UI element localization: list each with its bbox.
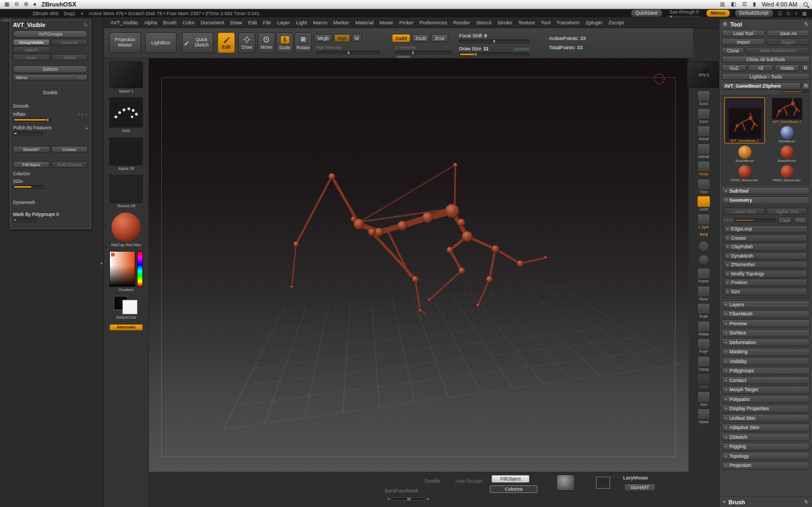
slider-handle[interactable] bbox=[411, 51, 415, 55]
right-shelf-item[interactable]: L.Sym bbox=[697, 214, 710, 229]
right-shelf-icon[interactable] bbox=[698, 254, 709, 265]
minimize-circle-icon[interactable]: ⊖ bbox=[14, 2, 18, 7]
zadd-button[interactable]: Zadd bbox=[392, 34, 410, 42]
auto-groups-button[interactable]: Auto Groups bbox=[51, 161, 88, 168]
geometry-subsection[interactable]: ▸ Modify Topology bbox=[724, 270, 808, 278]
menu-item[interactable]: Tool bbox=[541, 19, 550, 25]
switch-color-slot[interactable]: SwitchColor bbox=[114, 296, 139, 320]
see-through-slider[interactable]: See-through 0 bbox=[667, 9, 702, 18]
right-shelf-icon[interactable] bbox=[697, 303, 710, 314]
right-shelf-icon[interactable] bbox=[697, 356, 710, 367]
color-picker-slot[interactable]: Gradient bbox=[109, 251, 143, 292]
texture-thumbnail[interactable] bbox=[109, 175, 143, 203]
tool-section[interactable]: ▸ Visibility bbox=[722, 357, 810, 365]
right-shelf-item[interactable]: Frame bbox=[697, 268, 710, 284]
current-tool-slider[interactable] bbox=[782, 90, 810, 93]
menu-item[interactable]: Stroke bbox=[497, 19, 512, 25]
menu-item[interactable]: Material bbox=[355, 19, 374, 25]
geometry-subsection[interactable]: ▸ DynaMesh bbox=[724, 252, 808, 260]
lower-res-button[interactable]: Lower Res bbox=[724, 208, 765, 215]
tool-section[interactable]: ▸ FiberMesh bbox=[722, 310, 810, 318]
menu-item[interactable]: Render bbox=[453, 19, 470, 25]
right-shelf-item[interactable]: SPix 3 bbox=[687, 61, 721, 88]
menu-item[interactable]: Color bbox=[182, 19, 195, 25]
menu-item[interactable]: Movie bbox=[379, 19, 393, 25]
lazymouse-label[interactable]: LazyMouse bbox=[623, 475, 648, 480]
right-shelf-item[interactable]: XYZ bbox=[699, 231, 708, 239]
slider-handle[interactable] bbox=[46, 118, 49, 122]
tool-section[interactable]: ▸ Masking bbox=[722, 348, 810, 356]
right-shelf-icon[interactable] bbox=[697, 108, 710, 120]
load-tool-button[interactable]: Load Tool bbox=[722, 30, 765, 37]
right-shelf-icon[interactable] bbox=[697, 196, 710, 207]
auto-groups-button-bottom[interactable]: Auto Groups bbox=[455, 478, 483, 484]
tool-thumbnail[interactable]: EraserBrush bbox=[767, 145, 807, 163]
mask-by-polygroups-slider[interactable]: Mask By Polygroups 0 bbox=[13, 212, 88, 217]
tool-section[interactable]: ▸ Preview bbox=[722, 319, 810, 327]
right-shelf-item[interactable]: Ghost bbox=[697, 373, 710, 389]
brush-thumbnail[interactable] bbox=[109, 61, 143, 88]
deform-header[interactable]: Deform bbox=[13, 65, 88, 73]
tool-thumbnail[interactable]: SimpleBrush bbox=[724, 145, 765, 163]
tool-section[interactable]: ▸ Polypaint bbox=[722, 395, 810, 403]
alternate-button[interactable]: Alternate bbox=[109, 324, 143, 331]
group-visible-button[interactable]: GroupVisible bbox=[13, 39, 50, 45]
clone-all-subtools-button[interactable]: Clone All SubTools bbox=[722, 56, 810, 63]
right-shelf-icon[interactable] bbox=[697, 373, 710, 385]
menu-item[interactable]: Draw bbox=[230, 19, 242, 25]
goz-r-button[interactable]: R bbox=[801, 64, 810, 71]
mask-slider-track[interactable] bbox=[13, 218, 37, 222]
menu-item[interactable]: Transform bbox=[556, 19, 580, 25]
menu-item[interactable]: Zplugin bbox=[586, 19, 603, 25]
tool-section[interactable]: ▸ Contact bbox=[722, 376, 810, 384]
grid-menu-icon[interactable]: ▦ bbox=[4, 2, 9, 7]
tool-thumbnail[interactable]: PM3D_Spherender bbox=[724, 164, 765, 182]
menu-item[interactable]: Picker bbox=[399, 19, 413, 25]
geometry-subsection[interactable]: ▸ Size bbox=[724, 288, 808, 295]
grid-icon[interactable]: ▦ bbox=[802, 11, 807, 16]
slider-handle[interactable] bbox=[474, 52, 477, 57]
bottom-slider-track[interactable] bbox=[391, 497, 425, 501]
brush-panel-header[interactable]: + Brush ↻ bbox=[719, 496, 812, 507]
right-shelf-item[interactable] bbox=[698, 241, 709, 252]
quicksave-button[interactable]: QuickSave bbox=[631, 9, 663, 17]
geometry-subsection[interactable]: ▸ Crease bbox=[724, 234, 808, 242]
menu-item[interactable]: Alpha bbox=[144, 19, 157, 25]
rotate-button[interactable]: R Rotate bbox=[294, 32, 312, 53]
right-shelf-icon[interactable] bbox=[697, 179, 710, 190]
menu-item[interactable]: Edit bbox=[248, 19, 257, 25]
tool-thumbnail[interactable]: PM3D_Spherender bbox=[767, 164, 807, 182]
right-shelf-icon[interactable] bbox=[697, 268, 710, 279]
document-canvas[interactable] bbox=[149, 58, 689, 472]
right-shelf-item[interactable]: Scale bbox=[697, 303, 710, 319]
right-shelf-item[interactable]: Transp bbox=[697, 356, 710, 372]
slider-handle[interactable] bbox=[493, 39, 496, 44]
current-tool-button[interactable]: AVT_GameBeast ZSphere bbox=[722, 82, 801, 90]
display-menu-extra-icon[interactable]: ▥ bbox=[720, 2, 725, 7]
alpha-thumbnail[interactable] bbox=[109, 137, 143, 166]
menu-item[interactable]: Document bbox=[201, 19, 224, 25]
right-shelf-icon[interactable] bbox=[697, 126, 710, 137]
smooth-slider-label[interactable]: Smooth bbox=[13, 103, 88, 109]
default-zscript-button[interactable]: DefaultZScript bbox=[735, 9, 774, 17]
geometry-subsection[interactable]: ▸ EdgeLoop bbox=[724, 225, 808, 233]
save-as-button[interactable]: Save As bbox=[767, 30, 810, 37]
inflate-axes[interactable]: x y z bbox=[78, 113, 88, 116]
tool-section[interactable]: ▸ ZSketch bbox=[722, 433, 810, 441]
tool-section[interactable]: ▸ Display Properties bbox=[722, 405, 810, 413]
alpha-slot[interactable]: Alpha Off bbox=[109, 137, 143, 171]
slider-left-arrow-icon[interactable]: ◂ bbox=[387, 496, 389, 501]
import-button[interactable]: Import bbox=[722, 38, 765, 45]
reload-icon[interactable]: ↻ bbox=[787, 11, 791, 16]
m-button[interactable]: M bbox=[352, 34, 362, 42]
fillobject-button-bottom[interactable]: FillObject bbox=[492, 475, 529, 483]
menu-item[interactable]: Zscript bbox=[608, 19, 624, 25]
menu-item[interactable]: Light bbox=[296, 19, 307, 25]
goz-button[interactable]: GoZ bbox=[722, 64, 746, 71]
right-shelf-icon[interactable] bbox=[697, 62, 710, 73]
avtgroups-header[interactable]: AVTGroups bbox=[13, 30, 88, 38]
menus-button[interactable]: Menus bbox=[706, 9, 730, 17]
brush-slot[interactable]: Sketch 1 bbox=[109, 61, 143, 94]
menubar-clock[interactable]: Wed 4:00 AM bbox=[762, 1, 797, 8]
menu-item[interactable]: Preferences bbox=[420, 19, 447, 25]
